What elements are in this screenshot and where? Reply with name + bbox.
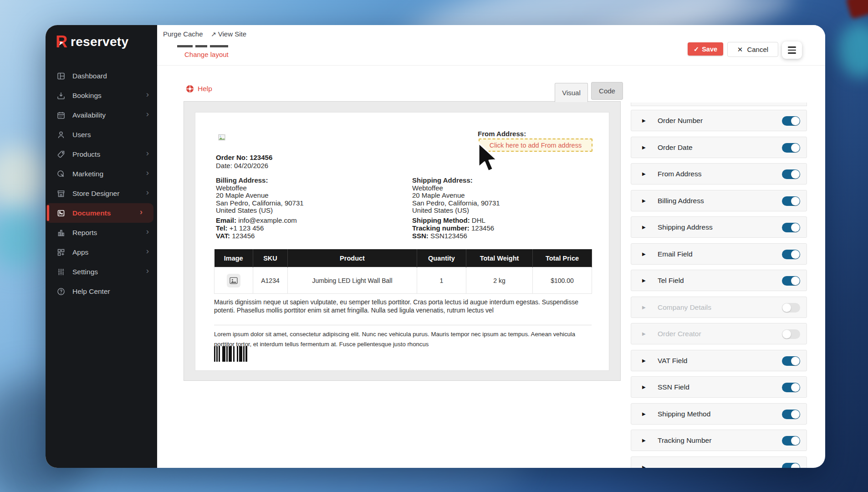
panel-card-cropped	[631, 102, 807, 106]
billing-address-label[interactable]: Billing Address:	[216, 176, 268, 184]
chevron-right-icon: ›	[146, 168, 149, 177]
toggle-tracking-number[interactable]	[782, 436, 800, 446]
expand-arrow-icon[interactable]: ▶	[642, 171, 648, 176]
brand-logo[interactable]: R reservety	[56, 34, 128, 50]
vat-row[interactable]: VAT: 123456	[216, 232, 255, 240]
cancel-button[interactable]: ✕ Cancel	[727, 42, 778, 57]
expand-arrow-icon[interactable]: ▶	[642, 251, 648, 256]
toggle-ssn-field[interactable]	[782, 383, 800, 392]
purge-cache-link[interactable]: Purge Cache	[163, 30, 203, 38]
expand-arrow-icon[interactable]: ▶	[642, 465, 648, 468]
cell-image	[214, 267, 253, 294]
sidebar-item-apps[interactable]: Apps ›	[46, 242, 157, 262]
sidebar-item-label: Products	[72, 150, 100, 159]
expand-arrow-icon[interactable]: ▶	[642, 278, 648, 283]
shipping-address-label[interactable]: Shipping Address:	[412, 176, 473, 184]
sidebar-item-users[interactable]: Users	[46, 125, 157, 144]
toggle-shipping-address[interactable]	[782, 223, 800, 232]
panel-card-partial[interactable]: ▶	[631, 456, 807, 468]
change-layout-link[interactable]: Change layout	[184, 51, 229, 58]
expand-arrow-icon[interactable]: ▶	[642, 225, 648, 230]
toggle-tel-field[interactable]	[782, 276, 800, 286]
cell-product: Jumbing LED Light Wall Ball	[288, 267, 417, 294]
email-row[interactable]: Email: info@example.com	[216, 216, 297, 224]
panel-card-order-date[interactable]: ▶ Order Date	[631, 137, 807, 158]
expand-arrow-icon[interactable]: ▶	[642, 384, 648, 390]
toggle-company-details[interactable]	[782, 303, 800, 313]
expand-arrow-icon[interactable]: ▶	[642, 358, 648, 363]
panel-card-order-number[interactable]: ▶ Order Number	[631, 110, 807, 131]
tab-visual[interactable]: Visual	[555, 83, 588, 102]
sidebar-item-store-designer[interactable]: Store Designer ›	[46, 184, 157, 203]
tel-row[interactable]: Tel: +1 123 456	[216, 224, 264, 232]
close-icon: ✕	[737, 46, 743, 54]
expand-arrow-icon[interactable]: ▶	[642, 118, 648, 123]
billing-address-lines[interactable]: Webtoffee 20 Maple Avenue San Pedro, Cal…	[216, 184, 304, 214]
sidebar-item-dashboard[interactable]: Dashboard	[46, 66, 157, 86]
toggle-order-creator[interactable]	[782, 329, 800, 339]
product-image-icon	[227, 274, 240, 287]
broken-image-icon[interactable]	[218, 133, 226, 141]
ssn-row[interactable]: SSN: SSN123456	[412, 232, 467, 240]
sidebar-item-settings[interactable]: Settings ›	[46, 262, 157, 282]
help-link[interactable]: Help	[186, 85, 212, 93]
invoice-page[interactable]: Order No: 123456 Date: 04/20/2026 From A…	[195, 112, 609, 371]
sidebar-item-bookings[interactable]: Bookings ›	[46, 86, 157, 105]
reports-icon	[56, 228, 66, 237]
toggle-from-address[interactable]	[782, 169, 800, 179]
sidebar-item-reports[interactable]: Reports ›	[46, 223, 157, 242]
invoice-paragraph-1[interactable]: Mauris dignissim neque ut sapien vulputa…	[214, 298, 578, 314]
sidebar-item-availability[interactable]: Availability ›	[46, 105, 157, 125]
panel-card-tracking-number[interactable]: ▶ Tracking Number	[631, 430, 807, 451]
toggle-email-field[interactable]	[782, 250, 800, 259]
tab-code[interactable]: Code	[591, 82, 623, 100]
panel-card-shipping-method[interactable]: ▶ Shipping Method	[631, 403, 807, 425]
toggle-billing-address[interactable]	[782, 196, 800, 206]
sidebar-item-documents[interactable]: Documents ›	[46, 203, 153, 223]
expand-arrow-icon[interactable]: ▶	[642, 145, 648, 150]
sidebar-item-products[interactable]: Products ›	[46, 144, 157, 164]
toggle-partial[interactable]	[782, 463, 800, 468]
panel-card-email-field[interactable]: ▶ Email Field	[631, 243, 807, 265]
paragraph-divider	[214, 325, 592, 325]
shipping-address-lines[interactable]: Webtoffee 20 Maple Avenue San Pedro, Cal…	[412, 184, 500, 214]
help-center-icon	[56, 287, 66, 296]
expand-arrow-icon[interactable]: ▶	[642, 331, 648, 336]
sidebar-item-label: Reports	[72, 229, 97, 237]
toggle-vat-field[interactable]	[782, 356, 800, 366]
sidebar-item-marketing[interactable]: Marketing ›	[46, 164, 157, 184]
order-number-text[interactable]: Order No: 123456	[216, 154, 272, 161]
order-date-text[interactable]: Date: 04/20/2026	[216, 162, 268, 169]
shipping-method-row[interactable]: Shipping Method: DHL	[412, 216, 485, 224]
panel-card-shipping-address[interactable]: ▶ Shipping Address	[631, 216, 807, 238]
expand-arrow-icon[interactable]: ▶	[642, 438, 648, 443]
sidebar-item-help-center[interactable]: Help Center	[46, 282, 157, 301]
settings-icon	[56, 267, 66, 277]
add-from-address-button[interactable]: Click here to add From address	[479, 138, 592, 152]
lifebuoy-icon	[186, 85, 194, 93]
expand-arrow-icon[interactable]: ▶	[642, 411, 648, 416]
tracking-number-row[interactable]: Tracking number: 123456	[412, 224, 494, 232]
toggle-shipping-method[interactable]	[782, 410, 800, 419]
panel-card-billing-address[interactable]: ▶ Billing Address	[631, 190, 807, 211]
marketing-icon	[56, 169, 66, 179]
expand-arrow-icon[interactable]: ▶	[642, 305, 648, 310]
expand-arrow-icon[interactable]: ▶	[642, 198, 648, 203]
panel-card-vat-field[interactable]: ▶ VAT Field	[631, 350, 807, 371]
panel-card-company-details[interactable]: ▶ Company Details	[631, 297, 807, 318]
panel-card-from-address[interactable]: ▶ From Address	[631, 163, 807, 184]
editor-toolbar: Change layout ✓ Save ✕ Cancel	[157, 44, 825, 66]
order-items-table[interactable]: Image SKU Product Quantity Total Weight …	[214, 249, 592, 294]
save-button[interactable]: ✓ Save	[688, 42, 723, 56]
store-designer-icon	[56, 189, 66, 198]
panel-card-tel-field[interactable]: ▶ Tel Field	[631, 270, 807, 291]
panel-card-order-creator[interactable]: ▶ Order Creator	[631, 323, 807, 344]
desktop-wallpaper: R reservety Dashboard Bookings › Availab…	[0, 0, 868, 492]
toggle-order-date[interactable]	[782, 143, 800, 153]
invoice-paragraph-2[interactable]: Lorem ipsum dolor sit amet, consectetur …	[214, 329, 583, 349]
view-site-link[interactable]: ↗View Site	[211, 30, 246, 38]
panel-card-ssn-field[interactable]: ▶ SSN Field	[631, 376, 807, 398]
chevron-right-icon: ›	[140, 207, 143, 216]
hamburger-menu-button[interactable]	[782, 41, 802, 59]
toggle-order-number[interactable]	[782, 116, 800, 126]
